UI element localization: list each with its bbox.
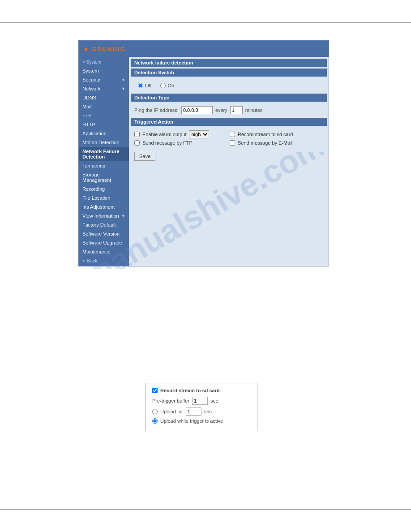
ping-row: Ping the IP address: every minutes <box>134 106 323 114</box>
sidebar-item-system-header[interactable]: > System <box>79 58 129 66</box>
upload-while-label: Upload while trigger is active <box>160 418 223 424</box>
upload-for-input[interactable] <box>186 408 201 416</box>
send-ftp-checkbox[interactable] <box>134 140 140 146</box>
sidebar-item-file-location[interactable]: File Location <box>79 193 129 202</box>
upload-while-radio[interactable] <box>152 418 158 424</box>
record-sd-label: Record stream to sd card <box>238 132 293 137</box>
sidebar-item-network[interactable]: Network ▼ <box>79 84 129 93</box>
sidebar-item-maintenance[interactable]: Maintenance <box>79 247 129 256</box>
page-title: Network failure detection <box>131 59 327 67</box>
record-sd-checkbox[interactable] <box>230 132 235 137</box>
save-button[interactable]: Save <box>134 152 155 161</box>
sidebar-item-network-failure[interactable]: Network Failure Detection <box>79 147 129 161</box>
chevron-right-icon: ▼ <box>121 86 125 91</box>
send-email-item: Send message by E-Mail <box>230 140 323 146</box>
record-sd-item: Record stream to sd card <box>230 130 323 138</box>
upload-for-unit: sec <box>204 409 212 414</box>
grundig-logo: ■ GRUNDIG <box>84 46 127 52</box>
detection-switch-radio-group: Off On <box>134 81 323 90</box>
panel-header: ■ GRUNDIG <box>79 41 329 57</box>
sidebar-item-sw-version[interactable]: Software Version <box>79 229 129 238</box>
upload-for-label: Upload for <box>160 409 183 414</box>
every-label: every <box>215 107 227 113</box>
sd-popup-checkbox[interactable] <box>152 388 158 393</box>
send-ftp-item: Send message by FTP <box>134 140 228 146</box>
bottom-rule <box>0 509 411 510</box>
sidebar-item-iris[interactable]: Iris Adjustment <box>79 202 129 211</box>
upload-for-row: Upload for sec <box>152 408 251 416</box>
triggered-action-title: Triggered Action <box>131 118 327 126</box>
minutes-label: minutes <box>245 107 263 113</box>
sidebar-item-motion[interactable]: Motion Detection <box>79 138 129 147</box>
radio-off-label[interactable]: Off <box>138 83 151 88</box>
high-select[interactable]: high <box>189 130 209 138</box>
send-ftp-label: Send message by FTP <box>142 140 193 146</box>
sidebar-item-ftp[interactable]: FTP <box>79 111 129 120</box>
logo-icon: ■ <box>84 46 89 52</box>
content-area: Network failure detection Detection Swit… <box>129 57 329 266</box>
ping-label: Ping the IP address: <box>134 107 179 113</box>
sidebar-item-storage[interactable]: Storage Management <box>79 170 129 184</box>
sidebar-item-factory[interactable]: Factory Default <box>79 220 129 229</box>
radio-on-label[interactable]: On <box>160 83 174 88</box>
every-input[interactable] <box>230 106 243 114</box>
detection-type-section: Ping the IP address: every minutes <box>131 103 327 117</box>
alarm-output-item: Enable alarm output high <box>134 130 228 138</box>
send-email-label: Send message by E-Mail <box>238 140 292 146</box>
sidebar-item-application[interactable]: Application <box>79 129 129 138</box>
sidebar-item-sw-upgrade[interactable]: Software Upgrade <box>79 238 129 247</box>
detection-type-title: Detection Type <box>131 94 327 102</box>
upload-for-radio[interactable] <box>152 409 158 414</box>
sd-popup-title: Record stream to sd card <box>160 388 220 393</box>
ping-ip-input[interactable] <box>181 106 213 114</box>
alarm-output-checkbox[interactable] <box>134 132 140 137</box>
pre-trigger-row: Pre-trigger buffer sec <box>152 397 251 405</box>
sidebar-item-ddns[interactable]: DDNS <box>79 93 129 102</box>
sidebar-item-system[interactable]: System <box>79 66 129 75</box>
upload-while-row: Upload while trigger is active <box>152 418 251 424</box>
detection-switch-title: Detection Switch <box>131 69 327 77</box>
triggered-action-section: Enable alarm output high Record stream t… <box>131 128 327 163</box>
sd-card-popup: Record stream to sd card Pre-trigger buf… <box>146 383 257 431</box>
sidebar-item-view-info[interactable]: View Information ▼ <box>79 211 129 220</box>
radio-on[interactable] <box>160 83 166 88</box>
pre-trigger-input[interactable] <box>192 397 208 405</box>
panel-body: > System System Security ▼ Network ▼ DDN… <box>79 57 329 266</box>
alarm-output-label: Enable alarm output <box>142 132 186 137</box>
detection-switch-section: Off On <box>131 78 327 93</box>
sidebar-item-http[interactable]: HTTP <box>79 120 129 129</box>
pre-trigger-unit: sec <box>210 398 218 403</box>
sidebar-item-mail[interactable]: Mail <box>79 102 129 111</box>
sidebar: > System System Security ▼ Network ▼ DDN… <box>79 57 129 266</box>
sidebar-item-recording[interactable]: Recording <box>79 184 129 193</box>
sd-popup-title-row: Record stream to sd card <box>152 388 251 393</box>
sidebar-item-security[interactable]: Security ▼ <box>79 75 129 84</box>
triggered-grid: Enable alarm output high Record stream t… <box>134 130 323 146</box>
sidebar-item-back[interactable]: < Back <box>79 256 129 265</box>
camera-panel: ■ GRUNDIG > System System Security ▼ Net… <box>78 40 329 266</box>
logo-text: GRUNDIG <box>92 46 125 52</box>
send-email-checkbox[interactable] <box>230 140 235 146</box>
chevron-right-icon: ▼ <box>121 77 125 82</box>
sidebar-item-tampering[interactable]: Tampering <box>79 161 129 170</box>
pre-trigger-label: Pre-trigger buffer <box>152 398 189 403</box>
top-rule <box>0 22 411 23</box>
radio-off[interactable] <box>138 83 143 88</box>
chevron-right-icon: ▼ <box>121 214 125 218</box>
